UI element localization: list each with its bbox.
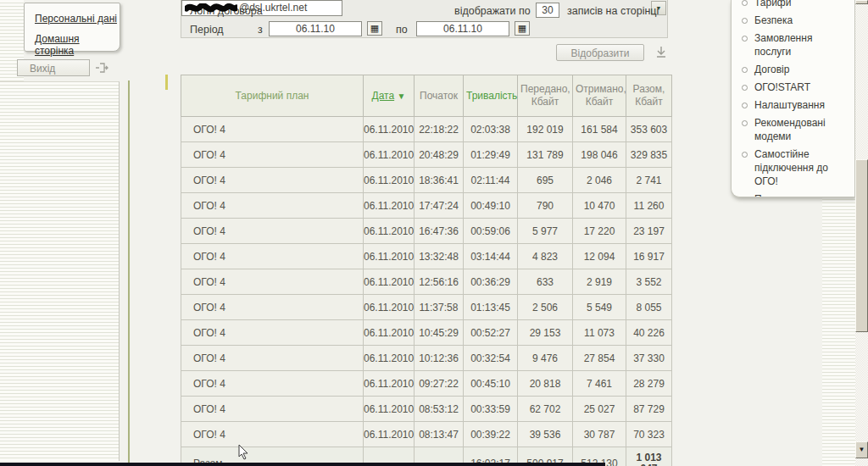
header-date-sort[interactable]: Дата ▼ bbox=[364, 75, 415, 117]
cell-total: 3 552 bbox=[626, 269, 672, 295]
cell-total: 37 330 bbox=[626, 346, 672, 371]
cell-plan: ОГО! 4 bbox=[181, 193, 364, 219]
table-row: ОГО! 4 06.11.2010 10:45:29 00:52:27 29 1… bbox=[181, 320, 672, 346]
menu-item[interactable]: Тарифи bbox=[742, 0, 849, 12]
cell-start: 16:47:36 bbox=[415, 219, 464, 244]
cell-date: 06.11.2010 bbox=[364, 142, 415, 168]
cell-total: 8 055 bbox=[626, 295, 672, 320]
table-row: ОГО! 4 06.11.2010 10:12:36 00:32:54 9 47… bbox=[181, 346, 672, 371]
cell-plan: ОГО! 4 bbox=[181, 117, 364, 142]
cell-start: 10:12:36 bbox=[415, 346, 464, 371]
taskbar-edge bbox=[0, 463, 605, 466]
cell-total: 70 323 bbox=[626, 422, 672, 447]
home-page-link[interactable]: Домашня сторінка bbox=[35, 33, 120, 57]
menu-item[interactable]: Замовлення послуги bbox=[742, 30, 849, 61]
cell-date: 06.11.2010 bbox=[364, 193, 415, 219]
period-label: Період bbox=[190, 24, 224, 36]
filter-form: Логін договора @dsl.ukrtel.net ▼ відобра… bbox=[181, 0, 668, 38]
download-icon[interactable] bbox=[655, 45, 668, 58]
cell-total: 16 917 bbox=[626, 244, 672, 269]
from-label: з bbox=[258, 24, 263, 36]
cell-total: 28 279 bbox=[626, 371, 672, 397]
cell-date: 06.11.2010 bbox=[364, 244, 415, 269]
cell-sent: 790 bbox=[518, 193, 573, 219]
logout-button[interactable]: Вихід bbox=[17, 59, 90, 76]
menu-item[interactable]: Рекомендовані модеми bbox=[742, 114, 849, 146]
menu-item[interactable]: Налаштування bbox=[742, 97, 849, 114]
cell-received: 12 094 bbox=[573, 244, 626, 269]
cell-start: 09:27:22 bbox=[415, 371, 464, 397]
cell-start: 17:47:24 bbox=[415, 193, 464, 219]
cell-received: 30 787 bbox=[573, 422, 626, 447]
cell-received: 17 220 bbox=[573, 219, 626, 244]
scrollbar-thumb[interactable] bbox=[855, 159, 868, 332]
cell-duration: 01:29:49 bbox=[464, 142, 518, 168]
cell-sent: 4 823 bbox=[518, 244, 573, 269]
cell-date: 06.11.2010 bbox=[364, 422, 415, 447]
cell-sent: 20 818 bbox=[518, 371, 573, 397]
cell-plan: ОГО! 4 bbox=[181, 168, 364, 193]
menu-item[interactable]: Безпека bbox=[742, 12, 849, 30]
redacted-login-scribble bbox=[185, 3, 237, 13]
cell-received: 10 470 bbox=[573, 193, 626, 219]
cell-total: 353 603 bbox=[626, 117, 672, 142]
table-row: ОГО! 4 06.11.2010 08:13:47 00:39:22 39 5… bbox=[181, 422, 672, 447]
menu-item[interactable]: Договір bbox=[742, 61, 849, 79]
personal-data-link[interactable]: Персональні дані bbox=[35, 13, 120, 25]
vertical-divider bbox=[128, 80, 130, 463]
table-row: ОГО! 4 06.11.2010 09:27:22 00:45:10 20 8… bbox=[181, 371, 672, 397]
mouse-cursor bbox=[238, 444, 250, 461]
cell-received: 198 046 bbox=[573, 142, 626, 168]
show-button[interactable]: Відобразити bbox=[556, 44, 644, 61]
cell-plan: ОГО! 4 bbox=[181, 320, 364, 346]
left-stripe-panel bbox=[0, 81, 120, 461]
cell-start: 11:37:58 bbox=[415, 295, 464, 320]
cell-duration: 01:13:45 bbox=[464, 295, 518, 320]
cell-sent: 62 702 bbox=[518, 397, 573, 422]
cell-date: 06.11.2010 bbox=[364, 295, 415, 320]
date-to-input[interactable] bbox=[416, 21, 509, 36]
ring-bullet-icon bbox=[742, 152, 748, 158]
cell-duration: 00:45:10 bbox=[464, 371, 518, 397]
per-page-input[interactable] bbox=[536, 3, 559, 18]
cell-received: 25 027 bbox=[573, 397, 626, 422]
table-row: ОГО! 4 06.11.2010 20:48:29 01:29:49 131 … bbox=[181, 142, 672, 168]
header-duration[interactable]: Тривалість bbox=[464, 75, 518, 117]
date-from-input[interactable] bbox=[269, 21, 362, 36]
cell-received: 7 461 bbox=[573, 371, 626, 397]
header-tariff-plan[interactable]: Тарифний план bbox=[181, 75, 364, 117]
cell-sent: 29 153 bbox=[518, 320, 573, 346]
cell-date: 06.11.2010 bbox=[364, 269, 415, 295]
ring-bullet-icon bbox=[742, 0, 748, 6]
cell-sent: 5 977 bbox=[518, 219, 573, 244]
scrollbar-down-button[interactable]: ▼ bbox=[855, 441, 868, 458]
cell-start: 08:53:12 bbox=[415, 397, 464, 422]
cell-plan: ОГО! 4 bbox=[181, 142, 364, 168]
logout-icon bbox=[94, 62, 109, 74]
cell-received: 161 584 bbox=[573, 117, 626, 142]
cell-date: 06.11.2010 bbox=[364, 219, 415, 244]
calendar-to-icon[interactable]: ▦ bbox=[515, 21, 530, 36]
menu-item[interactable]: Питання та відповіді bbox=[742, 191, 849, 197]
menu-item[interactable]: Самостійне підключення до ОГО! bbox=[742, 146, 849, 191]
vertical-scrollbar[interactable]: ▼ bbox=[855, 0, 868, 466]
login-domain-text: @dsl.ukrtel.net bbox=[239, 2, 307, 14]
to-label: по bbox=[396, 24, 408, 36]
cell-sent: 695 bbox=[518, 168, 573, 193]
sort-descending-icon: ▼ bbox=[398, 92, 406, 101]
menu-item[interactable]: ОГО!START bbox=[742, 79, 849, 97]
ring-bullet-icon bbox=[742, 18, 748, 24]
table-row: ОГО! 4 06.11.2010 13:32:48 03:14:44 4 82… bbox=[181, 244, 672, 269]
cell-sent: 39 536 bbox=[518, 422, 573, 447]
cell-start: 10:45:29 bbox=[415, 320, 464, 346]
calendar-from-icon[interactable]: ▦ bbox=[367, 21, 382, 36]
cell-duration: 02:03:38 bbox=[464, 117, 518, 142]
scrollbar-up-remnant[interactable] bbox=[855, 0, 868, 4]
cell-received: 27 854 bbox=[573, 346, 626, 371]
cell-start: 18:36:41 bbox=[415, 168, 464, 193]
cell-duration: 00:49:10 bbox=[464, 193, 518, 219]
per-page-suffix-label: записів на сторінці bbox=[567, 5, 659, 17]
ring-bullet-icon bbox=[742, 67, 748, 73]
cell-start: 08:13:47 bbox=[415, 422, 464, 447]
cell-received: 2 919 bbox=[573, 269, 626, 295]
